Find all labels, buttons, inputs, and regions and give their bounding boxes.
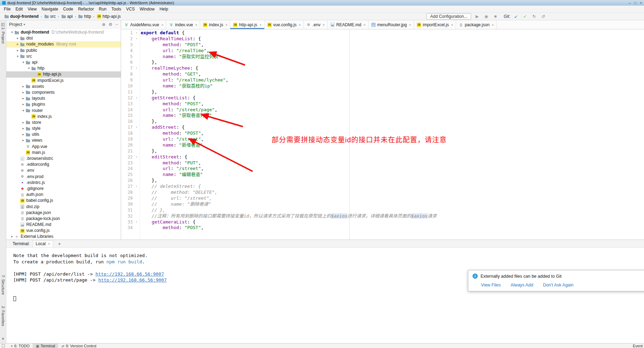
code-line[interactable]: 12▾ getStreetList: {: [121, 95, 644, 101]
code-line[interactable]: 15 name: "获取巷道列表": [121, 113, 644, 119]
code-line[interactable]: 6 },: [121, 59, 644, 65]
line-number[interactable]: 22: [121, 154, 134, 160]
stop-icon[interactable]: ■: [492, 14, 499, 19]
editor-tab-index-js[interactable]: index.js×: [200, 20, 230, 29]
run-icon[interactable]: ▶: [474, 14, 481, 19]
close-tab-icon[interactable]: ×: [225, 23, 227, 27]
tree-item-api[interactable]: ▾api: [6, 59, 121, 65]
tree-item-plugins[interactable]: ▸plugins: [6, 101, 121, 107]
terminal-cursor[interactable]: [13, 296, 16, 301]
breadcrumb-item-duoji-frontend[interactable]: duoji-frontend: [4, 14, 39, 19]
new-terminal-tab-icon[interactable]: +: [56, 241, 63, 247]
chevron-collapsed-icon[interactable]: ▸: [21, 95, 26, 101]
tree-item-components[interactable]: ▸components: [6, 90, 121, 95]
locate-file-icon[interactable]: ⊕: [102, 22, 105, 27]
tree-item-http[interactable]: ▾http: [6, 65, 121, 71]
fold-marker-icon[interactable]: ▾: [134, 125, 139, 130]
editor-tab-asidemenu-vue[interactable]: AsideMenu.vue×: [121, 20, 166, 29]
close-terminal-tab-icon[interactable]: ×: [48, 242, 50, 246]
chevron-collapsed-icon[interactable]: ▸: [21, 101, 26, 107]
code-line[interactable]: 16 },: [121, 119, 644, 125]
menu-item-run[interactable]: Run: [96, 6, 109, 12]
chevron-expanded-icon[interactable]: ▾: [21, 59, 26, 65]
close-tab-icon[interactable]: ×: [259, 23, 261, 27]
line-number[interactable]: 11: [121, 89, 134, 95]
tree-item-app-vue[interactable]: App.vue: [6, 144, 121, 150]
fold-marker-icon[interactable]: ▾: [134, 30, 139, 36]
breadcrumb-item-src[interactable]: src: [43, 14, 56, 19]
menu-item-code[interactable]: Code: [61, 6, 76, 12]
close-tab-icon[interactable]: ×: [409, 23, 411, 27]
code-line[interactable]: 34 method: "POST",: [121, 225, 644, 231]
fold-marker-icon[interactable]: ▾: [134, 219, 139, 225]
tree-item-src[interactable]: ▾src: [6, 54, 121, 59]
code-line[interactable]: 33▾ getCameraList: {: [121, 219, 644, 225]
line-number[interactable]: 7: [121, 65, 134, 71]
line-number[interactable]: 27: [121, 184, 134, 190]
chevron-collapsed-icon[interactable]: ▸: [21, 120, 26, 126]
code-line[interactable]: 3 method: "POST",: [121, 42, 644, 48]
tree-item-assets[interactable]: ▸assets: [6, 84, 121, 90]
menu-item-vcs[interactable]: VCS: [124, 6, 137, 12]
line-number[interactable]: 34: [121, 225, 134, 231]
chevron-expanded-icon[interactable]: ▾: [15, 54, 20, 59]
editor-tab-readme-md[interactable]: README.md×: [328, 20, 369, 29]
tree-item-views[interactable]: ▸views: [6, 137, 121, 143]
close-tab-icon[interactable]: ×: [451, 23, 453, 27]
line-number[interactable]: 14: [121, 107, 134, 113]
line-number[interactable]: 25: [121, 172, 134, 178]
toolwindow-quick-access-icon[interactable]: [2, 344, 5, 347]
line-number[interactable]: 3: [121, 42, 134, 48]
line-number[interactable]: 10: [121, 83, 134, 89]
notification-action-don-t-ask-again[interactable]: Don't Ask Again: [543, 283, 573, 287]
notification-action-always-add[interactable]: Always Add: [511, 283, 533, 287]
code-line[interactable]: 11 },: [121, 89, 644, 95]
tree-item-importexcel-js[interactable]: importExcel.js: [6, 78, 121, 84]
breadcrumb-item-api[interactable]: api: [61, 14, 74, 19]
chevron-collapsed-icon[interactable]: ▸: [10, 234, 14, 240]
chevron-expanded-icon[interactable]: ▾: [21, 108, 26, 114]
code-line[interactable]: 29 // url: "/street",: [121, 196, 644, 201]
line-number[interactable]: 12: [121, 95, 134, 101]
chevron-collapsed-icon[interactable]: ▸: [15, 48, 20, 54]
line-number[interactable]: 29: [121, 196, 134, 201]
chevron-collapsed-icon[interactable]: ▸: [15, 41, 20, 47]
line-number[interactable]: 24: [121, 166, 134, 172]
line-number[interactable]: 33: [121, 219, 134, 225]
code-line[interactable]: 2▾ getRealTimeList: {: [121, 36, 644, 42]
line-number[interactable]: 28: [121, 190, 134, 196]
tree-item-env-prod[interactable]: .env.prod: [6, 174, 121, 180]
terminal-link[interactable]: http://192.168.66.56:9007: [96, 271, 164, 277]
tree-item-eslintrc-js[interactable]: .eslintrc.js: [6, 180, 121, 186]
tree-item-external-libraries[interactable]: ▸External Libraries: [6, 234, 121, 240]
menu-item-refactor[interactable]: Refactor: [76, 6, 96, 12]
line-number[interactable]: 32: [121, 213, 134, 219]
line-number[interactable]: 13: [121, 101, 134, 107]
code-line[interactable]: 5 name: "获取实时监控列表": [121, 54, 644, 60]
close-button[interactable]: ×: [640, 1, 642, 5]
chevron-collapsed-icon[interactable]: ▸: [21, 132, 26, 137]
editor-tab-package-json[interactable]: package.json×: [456, 20, 497, 29]
menu-item-tools[interactable]: Tools: [109, 6, 124, 12]
code-line[interactable]: 26 },: [121, 178, 644, 184]
line-number[interactable]: 17: [121, 125, 134, 130]
line-number[interactable]: 2: [121, 36, 134, 42]
fold-marker-icon[interactable]: ▾: [134, 184, 139, 190]
line-number[interactable]: 18: [121, 130, 134, 136]
chevron-collapsed-icon[interactable]: ▸: [21, 137, 26, 143]
editor-tab-menurouter-jpg[interactable]: menuRouter.jpg×: [369, 20, 414, 29]
tree-item-editorconfig[interactable]: .editorconfig: [6, 162, 121, 168]
code-line[interactable]: 14 url: "/street/page",: [121, 107, 644, 113]
tree-item-env[interactable]: .env: [6, 168, 121, 173]
menu-item-window[interactable]: Window: [137, 6, 157, 12]
code-line[interactable]: 22▾ editStreet: {: [121, 154, 644, 160]
statusbar-6-todo[interactable]: ≡6: TODO: [8, 343, 33, 348]
minimize-button[interactable]: –: [629, 1, 631, 5]
menu-item-edit[interactable]: Edit: [13, 6, 25, 12]
chevron-collapsed-icon[interactable]: ▸: [21, 90, 26, 95]
code-line[interactable]: 4 url: "/realTime",: [121, 48, 644, 54]
editor-tab-importexcel-js[interactable]: importExcel.js×: [414, 20, 456, 29]
breadcrumb-item-http[interactable]: http: [77, 14, 92, 19]
code-line[interactable]: 25 name: "编辑巷道": [121, 172, 644, 178]
code-line[interactable]: 23 method: "PUT",: [121, 160, 644, 166]
